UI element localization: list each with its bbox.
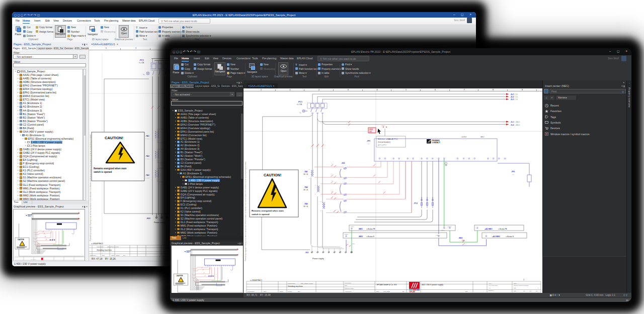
svg-text:Page: Page — [514, 290, 517, 291]
svg-text:Modification: Modification — [248, 291, 255, 292]
svg-text:-1L2: -1L2 — [510, 124, 514, 126]
svg-text:/ 1.6: / 1.6 — [515, 93, 518, 95]
svg-text:T<: T< — [143, 74, 145, 76]
svg-text:EPL: EPL — [465, 291, 468, 292]
svg-text:⇒ Busbar PE: ⇒ Busbar PE — [498, 228, 507, 230]
svg-text:6: 6 — [332, 180, 333, 181]
svg-text:-WE2.2: -WE2.2 — [436, 235, 440, 236]
svg-text:-W01: -W01 — [458, 237, 463, 239]
svg-text:T<: T< — [300, 112, 302, 114]
svg-text:Protected by copyright. Passin: Protected by copyright. Passing on as we… — [90, 135, 92, 241]
svg-text:9A / 5 A: 9A / 5 A — [303, 205, 308, 207]
svg-text:switch is opened: switch is opened — [252, 213, 270, 216]
svg-text:In = 32A: In = 32A — [297, 103, 302, 106]
svg-text:-PF1: -PF1 — [367, 140, 370, 142]
svg-text:178: 178 — [523, 290, 525, 291]
svg-text:K: K — [315, 193, 316, 195]
svg-text:Project name: Project name — [97, 246, 104, 248]
svg-text:/ 1.6: / 1.6 — [515, 96, 518, 98]
svg-text:CONTACT: CONTACT — [432, 142, 441, 144]
svg-text:-WE1: -WE1 — [358, 228, 363, 230]
svg-text:Electrical engineering schemat: Electrical engineering schematic — [514, 285, 529, 286]
svg-text:/ -4&5.0: / -4&5.0 — [515, 124, 520, 126]
svg-text:/ -4&5.0: / -4&5.0 — [515, 121, 520, 123]
svg-text:CAUTION!: CAUTION! — [105, 136, 123, 140]
svg-text:/1.A: /1.A — [368, 143, 370, 145]
svg-text:02.06.2022: 02.06.2022 — [383, 291, 390, 292]
svg-text:BME: BME — [352, 243, 355, 244]
svg-text:=GAA: =GAA — [489, 283, 492, 284]
svg-text:ESS: ESS — [345, 285, 347, 286]
svg-text:Drawing number: Drawing number — [345, 288, 354, 289]
svg-text:+WE3-X: +WE3-X — [381, 125, 385, 126]
svg-text:-TA1: -TA1 — [145, 135, 149, 137]
svg-text:CAUTION: CAUTION — [177, 275, 183, 277]
svg-text:EPLAN GmbH & Co. KG: EPLAN GmbH & Co. KG — [377, 284, 397, 286]
svg-text:Approved by: Approved by — [345, 291, 352, 292]
svg-text:Date: Date — [376, 291, 379, 292]
svg-text:EPLAN: EPLAN — [410, 291, 416, 293]
svg-text:23A: 23A — [462, 240, 464, 242]
svg-text:Multi-line: =GAA+A1-FC5: Multi-line: =GAA+A1-FC5 — [378, 138, 398, 140]
svg-text:+A1: +A1 — [489, 287, 491, 288]
svg-text:16A: 16A — [369, 131, 372, 133]
svg-text:-2L3: -2L3 — [510, 98, 514, 100]
svg-text:9A / 5 A: 9A / 5 A — [145, 138, 150, 140]
svg-text:360: 360 — [536, 290, 538, 291]
svg-text:-PC2: -PC2 — [414, 202, 418, 204]
svg-text:ESS_Sample_Project: ESS_Sample_Project — [301, 283, 313, 284]
svg-text:Remains energized when main: Remains energized when main — [252, 210, 284, 212]
svg-text:+WE2.1: +WE2.1 — [344, 234, 349, 235]
svg-text:+A2-WE2: +A2-WE2 — [492, 236, 500, 238]
svg-text:1: 1 — [538, 287, 539, 288]
svg-text:In = 32A: In = 32A — [139, 62, 144, 64]
svg-text:9A / 5 A: 9A / 5 A — [145, 158, 150, 160]
svg-text:9A / 5 A: 9A / 5 A — [145, 177, 150, 179]
svg-text:INPUT: INPUT — [480, 136, 485, 138]
svg-text:-WE2: -WE2 — [358, 236, 363, 238]
svg-text:+A2-WE1: +A2-WE1 — [485, 228, 493, 230]
svg-text:400 V power supply: 400 V power supply — [489, 285, 498, 286]
svg-text:Power supply: Power supply — [312, 258, 324, 260]
svg-text:-PF1: -PF1 — [511, 171, 515, 173]
svg-text:Remains energized when main: Remains energized when main — [94, 167, 127, 170]
svg-text:from: from — [529, 290, 531, 291]
svg-text:-WE1.2: -WE1.2 — [441, 230, 445, 231]
svg-text:-FC1: -FC1 — [298, 100, 303, 103]
svg-text:/ 1.6: / 1.6 — [515, 98, 518, 100]
svg-text:Ed.: Ed. — [403, 291, 405, 292]
svg-text:+WE1.1: +WE1.1 — [350, 226, 355, 227]
svg-text:Protected by copyright. Passin: Protected by copyright. Passing on as we… — [245, 162, 247, 261]
svg-text:Creator: Creator — [288, 291, 292, 292]
svg-text:switch is opened: switch is opened — [94, 171, 112, 173]
svg-text:6: 6 — [332, 190, 333, 191]
svg-text:-2L2: -2L2 — [510, 96, 514, 98]
svg-text:Date: Date — [264, 291, 267, 292]
svg-text:⇒ Busbar PE: ⇒ Busbar PE — [366, 228, 375, 230]
svg-text:2: 2 — [523, 278, 525, 281]
svg-text:Job number: Job number — [345, 282, 351, 284]
svg-text:-FC1: -FC1 — [139, 59, 144, 61]
svg-text:K: K — [309, 178, 310, 179]
svg-text:NFPA:: NFPA: — [514, 283, 517, 284]
svg-text:-X05: -X05 — [341, 162, 345, 164]
svg-text:190-47-18: 190-47-18 — [31, 259, 36, 260]
svg-text:L: L — [315, 184, 316, 186]
svg-text:Power supply: Power supply — [154, 222, 166, 224]
svg-text:Enclosure 1: Enclosure 1 — [489, 290, 495, 291]
svg-text:-1L1: -1L1 — [510, 121, 514, 123]
svg-text:-X01: -X01 — [305, 252, 308, 254]
svg-text:ESS_Sample_Project: ESS_Sample_Project — [107, 246, 119, 248]
svg-text:-TA2: -TA2 — [304, 186, 308, 188]
svg-text:L: L — [309, 169, 310, 170]
svg-text:-K01: -K01 — [146, 218, 150, 220]
svg-text:ADF SUPPLY: ADF SUPPLY — [378, 144, 387, 146]
svg-text:9A / 5 A: 9A / 5 A — [303, 173, 308, 175]
svg-text:CAUTION: CAUTION — [18, 239, 24, 241]
svg-text:Page: Page — [514, 287, 517, 288]
svg-text:EPL: EPL — [298, 291, 300, 292]
svg-text:Project name: Project name — [288, 283, 295, 284]
svg-text:⇒ Busbar N: ⇒ Busbar N — [506, 236, 514, 238]
svg-text:L: L — [320, 201, 321, 202]
svg-text:CAUTION!: CAUTION! — [264, 173, 281, 177]
